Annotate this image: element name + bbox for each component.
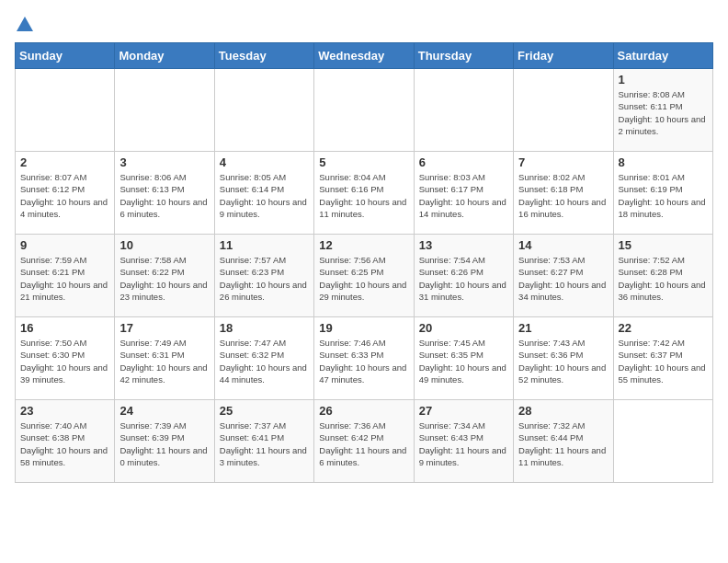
calendar-cell: 10Sunrise: 7:58 AM Sunset: 6:22 PM Dayli…: [115, 235, 214, 317]
calendar-cell: 12Sunrise: 7:56 AM Sunset: 6:25 PM Dayli…: [314, 235, 414, 317]
day-number: 8: [619, 155, 708, 169]
day-header-friday: Friday: [514, 43, 613, 69]
day-info: Sunrise: 7:54 AM Sunset: 6:26 PM Dayligh…: [419, 254, 508, 303]
week-row-1: 1Sunrise: 8:08 AM Sunset: 6:11 PM Daylig…: [16, 69, 713, 152]
calendar-cell: 1Sunrise: 8:08 AM Sunset: 6:11 PM Daylig…: [613, 69, 712, 152]
day-number: 3: [119, 155, 209, 169]
day-header-monday: Monday: [115, 43, 214, 69]
day-number: 11: [220, 238, 309, 252]
day-header-saturday: Saturday: [613, 43, 712, 69]
day-info: Sunrise: 7:40 AM Sunset: 6:38 PM Dayligh…: [20, 419, 109, 468]
day-number: 2: [20, 155, 109, 169]
calendar-cell: 26Sunrise: 7:36 AM Sunset: 6:42 PM Dayli…: [314, 400, 414, 483]
calendar-cell: 15Sunrise: 7:52 AM Sunset: 6:28 PM Dayli…: [613, 235, 712, 317]
day-number: 17: [119, 321, 209, 335]
day-number: 19: [319, 321, 408, 335]
day-header-sunday: Sunday: [16, 43, 115, 69]
day-number: 20: [419, 321, 508, 335]
day-number: 15: [619, 238, 708, 252]
day-number: 23: [20, 404, 109, 418]
day-number: 25: [220, 404, 309, 418]
day-info: Sunrise: 8:03 AM Sunset: 6:17 PM Dayligh…: [419, 171, 508, 220]
day-headers-row: SundayMondayTuesdayWednesdayThursdayFrid…: [16, 43, 713, 69]
day-number: 6: [419, 155, 508, 169]
day-info: Sunrise: 7:58 AM Sunset: 6:22 PM Dayligh…: [119, 254, 209, 303]
day-number: 18: [220, 321, 309, 335]
day-info: Sunrise: 7:50 AM Sunset: 6:30 PM Dayligh…: [20, 337, 109, 385]
day-info: Sunrise: 7:43 AM Sunset: 6:36 PM Dayligh…: [518, 337, 608, 385]
calendar-cell: 14Sunrise: 7:53 AM Sunset: 6:27 PM Dayli…: [514, 235, 613, 317]
calendar-cell: 17Sunrise: 7:49 AM Sunset: 6:31 PM Dayli…: [115, 317, 214, 400]
day-header-thursday: Thursday: [414, 43, 513, 69]
day-info: Sunrise: 8:01 AM Sunset: 6:19 PM Dayligh…: [619, 171, 708, 220]
calendar-cell: [115, 69, 214, 152]
day-number: 9: [20, 238, 109, 252]
calendar-cell: 3Sunrise: 8:06 AM Sunset: 6:13 PM Daylig…: [115, 152, 214, 235]
day-header-tuesday: Tuesday: [214, 43, 313, 69]
day-info: Sunrise: 7:57 AM Sunset: 6:23 PM Dayligh…: [220, 254, 309, 303]
day-number: 4: [220, 155, 309, 169]
day-info: Sunrise: 8:02 AM Sunset: 6:18 PM Dayligh…: [518, 171, 608, 220]
day-number: 16: [20, 321, 109, 335]
calendar-cell: 22Sunrise: 7:42 AM Sunset: 6:37 PM Dayli…: [613, 317, 712, 400]
calendar-cell: 23Sunrise: 7:40 AM Sunset: 6:38 PM Dayli…: [16, 400, 115, 483]
calendar-cell: [414, 69, 513, 152]
day-number: 5: [319, 155, 408, 169]
calendar-cell: [514, 69, 613, 152]
day-info: Sunrise: 8:07 AM Sunset: 6:12 PM Dayligh…: [20, 171, 109, 220]
day-info: Sunrise: 7:56 AM Sunset: 6:25 PM Dayligh…: [319, 254, 408, 303]
week-row-4: 16Sunrise: 7:50 AM Sunset: 6:30 PM Dayli…: [16, 317, 713, 400]
day-number: 14: [518, 238, 608, 252]
day-number: 13: [419, 238, 508, 252]
week-row-2: 2Sunrise: 8:07 AM Sunset: 6:12 PM Daylig…: [16, 152, 713, 235]
day-info: Sunrise: 7:39 AM Sunset: 6:39 PM Dayligh…: [119, 419, 209, 468]
day-number: 26: [319, 404, 408, 418]
day-number: 1: [619, 73, 708, 86]
calendar-cell: 18Sunrise: 7:47 AM Sunset: 6:32 PM Dayli…: [214, 317, 313, 400]
day-number: 12: [319, 238, 408, 252]
day-header-wednesday: Wednesday: [314, 43, 414, 69]
calendar-table: SundayMondayTuesdayWednesdayThursdayFrid…: [15, 42, 713, 483]
day-info: Sunrise: 7:49 AM Sunset: 6:31 PM Dayligh…: [119, 337, 209, 385]
day-info: Sunrise: 7:47 AM Sunset: 6:32 PM Dayligh…: [220, 337, 309, 385]
logo-icon: [15, 15, 35, 35]
calendar-cell: 28Sunrise: 7:32 AM Sunset: 6:44 PM Dayli…: [514, 400, 613, 483]
logo: [15, 15, 35, 35]
week-row-5: 23Sunrise: 7:40 AM Sunset: 6:38 PM Dayli…: [16, 400, 713, 483]
calendar-body: 1Sunrise: 8:08 AM Sunset: 6:11 PM Daylig…: [16, 69, 713, 483]
day-number: 27: [419, 404, 508, 418]
calendar-cell: 7Sunrise: 8:02 AM Sunset: 6:18 PM Daylig…: [514, 152, 613, 235]
calendar-cell: 13Sunrise: 7:54 AM Sunset: 6:26 PM Dayli…: [414, 235, 513, 317]
calendar-cell: 20Sunrise: 7:45 AM Sunset: 6:35 PM Dayli…: [414, 317, 513, 400]
day-info: Sunrise: 8:06 AM Sunset: 6:13 PM Dayligh…: [119, 171, 209, 220]
day-info: Sunrise: 7:46 AM Sunset: 6:33 PM Dayligh…: [319, 337, 408, 385]
calendar-cell: 16Sunrise: 7:50 AM Sunset: 6:30 PM Dayli…: [16, 317, 115, 400]
day-info: Sunrise: 7:34 AM Sunset: 6:43 PM Dayligh…: [419, 419, 508, 468]
day-info: Sunrise: 7:53 AM Sunset: 6:27 PM Dayligh…: [518, 254, 608, 303]
day-number: 10: [119, 238, 209, 252]
svg-marker-0: [17, 17, 33, 31]
week-row-3: 9Sunrise: 7:59 AM Sunset: 6:21 PM Daylig…: [16, 235, 713, 317]
calendar-cell: 5Sunrise: 8:04 AM Sunset: 6:16 PM Daylig…: [314, 152, 414, 235]
calendar-cell: 6Sunrise: 8:03 AM Sunset: 6:17 PM Daylig…: [414, 152, 513, 235]
day-info: Sunrise: 7:52 AM Sunset: 6:28 PM Dayligh…: [619, 254, 708, 303]
day-number: 21: [518, 321, 608, 335]
calendar-cell: 25Sunrise: 7:37 AM Sunset: 6:41 PM Dayli…: [214, 400, 313, 483]
calendar-cell: [613, 400, 712, 483]
calendar-cell: [16, 69, 115, 152]
calendar-cell: 11Sunrise: 7:57 AM Sunset: 6:23 PM Dayli…: [214, 235, 313, 317]
calendar-cell: [314, 69, 414, 152]
day-info: Sunrise: 7:32 AM Sunset: 6:44 PM Dayligh…: [518, 419, 608, 468]
calendar-cell: 24Sunrise: 7:39 AM Sunset: 6:39 PM Dayli…: [115, 400, 214, 483]
calendar-cell: 2Sunrise: 8:07 AM Sunset: 6:12 PM Daylig…: [16, 152, 115, 235]
day-info: Sunrise: 8:05 AM Sunset: 6:14 PM Dayligh…: [220, 171, 309, 220]
day-info: Sunrise: 8:04 AM Sunset: 6:16 PM Dayligh…: [319, 171, 408, 220]
calendar-cell: 27Sunrise: 7:34 AM Sunset: 6:43 PM Dayli…: [414, 400, 513, 483]
header: [15, 15, 713, 35]
calendar-cell: 9Sunrise: 7:59 AM Sunset: 6:21 PM Daylig…: [16, 235, 115, 317]
day-info: Sunrise: 7:36 AM Sunset: 6:42 PM Dayligh…: [319, 419, 408, 468]
calendar-cell: 8Sunrise: 8:01 AM Sunset: 6:19 PM Daylig…: [613, 152, 712, 235]
day-info: Sunrise: 8:08 AM Sunset: 6:11 PM Dayligh…: [619, 88, 708, 137]
day-number: 7: [518, 155, 608, 169]
day-number: 28: [518, 404, 608, 418]
